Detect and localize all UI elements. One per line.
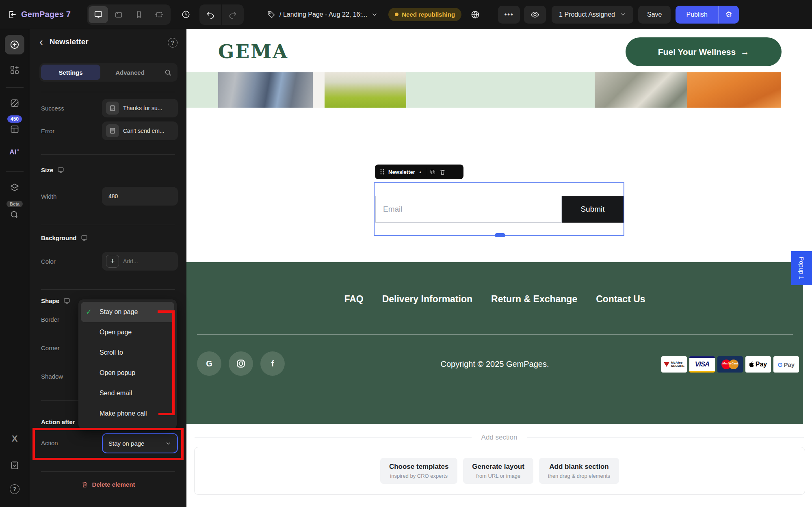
sections-library-button[interactable] xyxy=(0,65,29,75)
exit-editor-icon[interactable] xyxy=(7,10,17,20)
footer-link-contact[interactable]: Contact Us xyxy=(596,294,645,305)
resize-handle[interactable] xyxy=(495,233,505,237)
size-heading: Size xyxy=(41,167,64,173)
panel-search-icon[interactable] xyxy=(160,69,176,76)
apple-icon xyxy=(749,362,755,368)
page-label: / Landing Page - Aug 22, 16:... xyxy=(279,11,367,18)
templates-count: 450 xyxy=(7,115,22,123)
gempages-editor: GemPages 7 xyxy=(0,0,812,507)
photo-frame-gap xyxy=(313,72,325,108)
annotation-bracket-vertical xyxy=(172,310,175,415)
redo-icon xyxy=(228,10,237,19)
drag-handle-icon[interactable] xyxy=(380,169,385,175)
menu-item-label: Open page xyxy=(100,329,132,336)
fuel-your-wellness-button[interactable]: Fuel Your Wellness → xyxy=(626,37,782,66)
desktop-icon xyxy=(94,10,103,19)
duplicate-icon[interactable] xyxy=(430,169,436,175)
back-icon[interactable]: ‹ xyxy=(39,37,43,47)
checklist-button[interactable] xyxy=(0,460,29,470)
footer-link-delivery[interactable]: Delivery Information xyxy=(382,294,472,305)
annotation-bracket-bottom xyxy=(158,413,175,415)
check-icon: ✓ xyxy=(86,308,95,316)
orange-sweater-photo xyxy=(687,72,781,108)
page-selector[interactable]: / Landing Page - Aug 22, 16:... xyxy=(267,11,378,19)
more-options-button[interactable]: ••• xyxy=(498,6,520,24)
newsletter-submit-button[interactable]: Submit xyxy=(562,196,624,223)
newsletter-element-selection[interactable]: Submit xyxy=(374,182,624,236)
left-rail: 450 AI✦ Beta X ? xyxy=(0,29,29,507)
undo-redo-group xyxy=(199,4,244,25)
friends-with-mugs-photo xyxy=(595,72,687,108)
add-section-label: Add section xyxy=(481,433,518,442)
delete-element-button[interactable]: Delete element xyxy=(30,481,186,488)
annotation-rectangle-action-row xyxy=(32,428,184,460)
success-label: Success xyxy=(41,105,64,112)
apple-pay-badge: Pay xyxy=(745,356,771,373)
color-label: Color xyxy=(41,258,56,265)
undo-button[interactable] xyxy=(199,4,221,25)
menu-item-scroll-to[interactable]: Scroll to xyxy=(81,342,174,363)
payment-badges: McAfeeSECURE VISA MasterCard Pay xyxy=(661,356,799,373)
newsletter-email-input[interactable] xyxy=(375,196,562,223)
templates-icon xyxy=(10,124,19,134)
generate-layout-button[interactable]: Generate layout from URL or image xyxy=(463,458,533,484)
panel-help-icon[interactable]: ? xyxy=(168,38,178,48)
publish-button[interactable]: Publish xyxy=(676,11,718,18)
menu-item-open-page[interactable]: Open page xyxy=(81,322,174,342)
add-blank-section-button[interactable]: Add blank section then drag & drop eleme… xyxy=(539,458,619,484)
menu-item-open-popup[interactable]: Open popup xyxy=(81,363,174,383)
success-message-button[interactable]: Thanks for su... xyxy=(102,99,178,117)
theme-styles-button[interactable] xyxy=(0,98,29,108)
popup-1-tab[interactable]: Popup 1 xyxy=(791,251,812,285)
device-mobile-button[interactable] xyxy=(129,6,149,23)
error-value: Can't send em... xyxy=(123,128,165,134)
publish-settings-button[interactable]: ⚙ xyxy=(719,10,739,19)
tag-icon xyxy=(267,11,275,19)
ai-assistant-button[interactable]: AI✦ xyxy=(0,148,29,156)
device-toggle-group xyxy=(87,4,171,25)
add-element-button[interactable] xyxy=(5,35,24,54)
preview-button[interactable] xyxy=(524,6,546,24)
product-assigned-dropdown[interactable]: 1 Product Assigned xyxy=(552,6,633,24)
footer-divider xyxy=(197,334,793,335)
footer-link-faq[interactable]: FAQ xyxy=(344,294,363,305)
tab-settings[interactable]: Settings xyxy=(41,65,100,80)
x-social-button[interactable]: X xyxy=(0,433,29,444)
action-dropdown-menu: ✓ Stay on page Open page Scroll to Open … xyxy=(78,299,177,429)
delete-label: Delete element xyxy=(92,481,135,488)
device-desktop-button[interactable] xyxy=(89,6,108,23)
tab-advanced[interactable]: Advanced xyxy=(100,65,160,80)
background-color-add-button[interactable]: + Add... xyxy=(102,252,178,271)
error-message-button[interactable]: Can't send em... xyxy=(102,121,178,140)
width-value: 480 xyxy=(108,193,118,199)
device-responsive-button[interactable] xyxy=(149,6,169,23)
width-input[interactable]: 480 xyxy=(102,187,178,206)
hero-image-strip xyxy=(186,72,781,108)
need-republishing-badge: Need republishing xyxy=(388,8,461,21)
choose-templates-button[interactable]: Choose templates inspired by CRO experts xyxy=(380,458,457,484)
redo-button[interactable] xyxy=(222,4,244,25)
layers-button[interactable] xyxy=(0,183,29,193)
save-button[interactable]: Save xyxy=(638,6,671,24)
theme-icon xyxy=(10,98,19,108)
interactions-button[interactable] xyxy=(0,210,29,220)
history-icon[interactable] xyxy=(181,10,191,19)
translate-globe-icon[interactable] xyxy=(470,10,480,20)
woman-on-phone-photo xyxy=(325,72,406,108)
width-label: Width xyxy=(41,193,56,200)
device-scope-monitor-icon xyxy=(57,167,64,173)
menu-item-label: Stay on page xyxy=(100,308,138,316)
submit-label: Submit xyxy=(580,205,604,214)
store-logo[interactable]: GEMA xyxy=(218,41,288,63)
device-tablet-button[interactable] xyxy=(109,6,128,23)
plus-icon: + xyxy=(106,255,119,268)
trash-icon[interactable] xyxy=(440,169,446,175)
footer-link-returns[interactable]: Return & Exchange xyxy=(491,294,577,305)
eye-icon xyxy=(531,10,539,19)
help-button[interactable]: ? xyxy=(0,484,29,494)
popup-tab-label: Popup 1 xyxy=(798,257,805,280)
menu-item-send-email[interactable]: Send email xyxy=(81,383,174,403)
collapse-icon[interactable]: ▲ xyxy=(419,170,422,174)
option-title: Generate layout xyxy=(472,463,524,471)
templates-button[interactable] xyxy=(0,124,29,134)
